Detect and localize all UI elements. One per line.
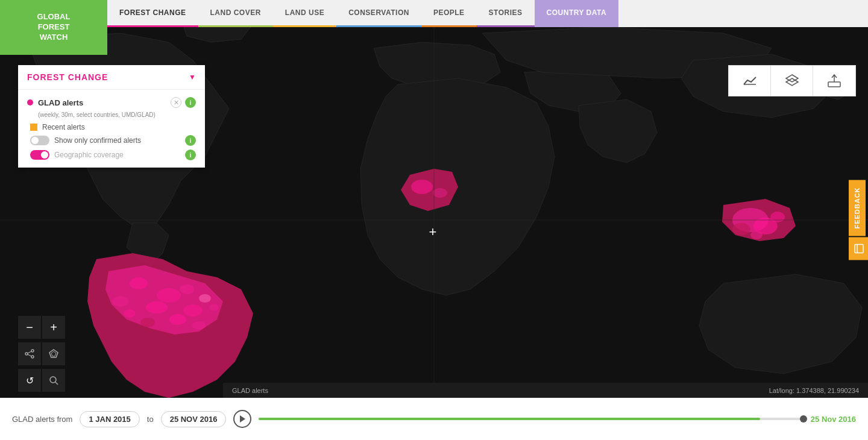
timeline-bar: GLAD alerts from 1 JAN 2015 to 25 NOV 20… <box>0 398 868 440</box>
progress-dot <box>800 415 807 423</box>
nav-country-data[interactable]: COUNTRY DATA <box>535 0 619 27</box>
zoom-in-button[interactable]: + <box>42 316 65 339</box>
svg-point-3 <box>180 284 194 294</box>
chart-button[interactable] <box>729 66 771 96</box>
svg-point-5 <box>199 294 211 303</box>
geo-coverage-info[interactable]: i <box>185 149 196 160</box>
nav-land-cover[interactable]: LAND COVER <box>198 0 273 27</box>
svg-point-11 <box>124 309 136 318</box>
glad-layer-name: GLAD alerts <box>38 98 83 107</box>
nav-forest-change[interactable]: FOREST CHANGE <box>107 0 198 27</box>
svg-point-14 <box>433 188 447 198</box>
play-button[interactable] <box>233 410 251 428</box>
svg-line-31 <box>28 354 31 356</box>
confirmed-alerts-info[interactable]: i <box>185 135 196 146</box>
layers-button[interactable] <box>771 66 813 96</box>
logo-text: GLOBAL FOREST WATCH <box>37 12 71 43</box>
svg-point-29 <box>31 356 34 358</box>
feedback-tab: FEEDBACK <box>849 180 868 260</box>
svg-point-34 <box>50 377 56 383</box>
main-nav: FOREST CHANGE LAND COVER LAND USE CONSER… <box>107 0 868 27</box>
lat-long-display: Lat/long: 1.374388, 21.990234 <box>769 387 859 394</box>
svg-point-28 <box>25 353 28 355</box>
end-date-pill[interactable]: 25 NOV 2016 <box>161 411 227 427</box>
glad-layer-sublabel: (weekly, 30m, select countries, UMD/GLAD… <box>38 112 196 118</box>
nav-people[interactable]: PEOPLE <box>421 0 477 27</box>
confirmed-alerts-row: Show only confirmed alerts i <box>27 135 196 146</box>
glad-layer-info[interactable]: i <box>185 97 196 108</box>
svg-text:+: + <box>429 224 437 239</box>
svg-rect-26 <box>828 82 840 87</box>
draw-button[interactable] <box>42 342 65 365</box>
svg-point-13 <box>411 180 433 194</box>
svg-point-10 <box>209 304 219 311</box>
sidebar-title: FOREST CHANGE <box>27 72 108 82</box>
svg-point-8 <box>140 318 155 327</box>
share-button[interactable] <box>18 342 41 365</box>
svg-point-6 <box>112 296 129 307</box>
recent-alerts-dot <box>30 124 37 131</box>
top-toolbar <box>728 65 856 96</box>
to-label: to <box>147 415 154 424</box>
svg-point-18 <box>770 212 785 222</box>
start-date-pill[interactable]: 1 JAN 2015 <box>80 411 139 427</box>
confirmed-alerts-toggle[interactable] <box>30 136 49 145</box>
recent-alerts-row: Recent alerts <box>27 123 196 131</box>
geo-coverage-label: Geographic coverage <box>54 151 124 159</box>
glad-layer-close[interactable]: ✕ <box>171 97 181 108</box>
export-button[interactable] <box>813 66 855 96</box>
svg-point-9 <box>169 314 186 325</box>
glad-layer-row: GLAD alerts ✕ i <box>27 97 196 108</box>
header: GLOBAL FOREST WATCH FOREST CHANGE LAND C… <box>0 0 868 27</box>
svg-point-12 <box>192 321 206 330</box>
svg-point-17 <box>732 223 750 235</box>
sidebar-content: GLAD alerts ✕ i (weekly, 30m, select cou… <box>18 90 205 168</box>
timeline-from-label: GLAD alerts from <box>12 415 72 424</box>
sidebar-collapse-arrow[interactable]: ▼ <box>189 73 196 81</box>
geo-coverage-toggle[interactable] <box>30 150 49 160</box>
svg-rect-36 <box>855 245 863 253</box>
timeline-progress[interactable] <box>259 418 803 420</box>
svg-marker-33 <box>51 351 56 356</box>
nav-stories[interactable]: STORIES <box>477 0 535 27</box>
svg-line-35 <box>55 382 58 385</box>
svg-marker-38 <box>240 415 245 423</box>
svg-line-30 <box>28 351 31 353</box>
zoom-out-button[interactable]: − <box>18 316 41 339</box>
svg-point-4 <box>146 301 168 313</box>
refresh-button[interactable]: ↺ <box>18 369 41 392</box>
svg-point-7 <box>183 304 203 316</box>
confirmed-alerts-label: Show only confirmed alerts <box>54 136 141 145</box>
svg-point-2 <box>157 288 181 303</box>
svg-point-27 <box>31 350 34 352</box>
map-controls: − + ↺ <box>18 316 65 392</box>
feedback-button[interactable]: FEEDBACK <box>849 180 866 236</box>
current-date-label: 25 Nov 2016 <box>811 415 856 424</box>
recent-alerts-label: Recent alerts <box>42 123 85 131</box>
geo-coverage-row: Geographic coverage i <box>27 149 196 160</box>
sidebar-header[interactable]: FOREST CHANGE ▼ <box>18 65 205 90</box>
svg-point-19 <box>750 231 763 239</box>
glad-alerts-bar-label: GLAD alerts <box>232 387 268 394</box>
nav-land-use[interactable]: LAND USE <box>273 0 336 27</box>
search-map-button[interactable] <box>42 369 65 392</box>
svg-point-1 <box>130 277 148 289</box>
book-button[interactable] <box>849 237 868 260</box>
timeline-label-bar: GLAD alerts Lat/long: 1.374388, 21.99023… <box>223 383 868 398</box>
logo[interactable]: GLOBAL FOREST WATCH <box>0 0 107 55</box>
glad-layer-dot <box>27 99 33 105</box>
sidebar-panel: FOREST CHANGE ▼ GLAD alerts ✕ i (weekly,… <box>18 65 205 168</box>
progress-bar-fill <box>259 418 760 420</box>
nav-conservation[interactable]: CONSERVATION <box>336 0 421 27</box>
